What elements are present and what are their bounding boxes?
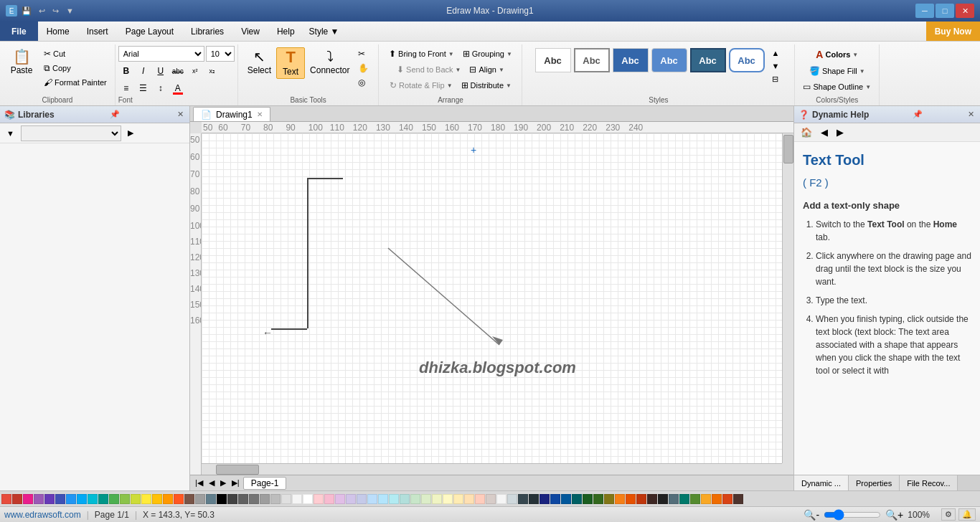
libraries-select[interactable]: [21, 125, 121, 141]
subscript-btn[interactable]: x₂: [204, 63, 220, 79]
palette-swatch[interactable]: [77, 494, 87, 504]
drawing1-tab[interactable]: 📄 Drawing1 ✕: [193, 107, 270, 121]
palette-swatch[interactable]: [518, 494, 528, 504]
palette-swatch[interactable]: [131, 494, 141, 504]
palette-swatch[interactable]: [260, 494, 270, 504]
palette-swatch[interactable]: [722, 494, 732, 504]
style-box-5[interactable]: Abc: [690, 48, 726, 72]
page-first-btn[interactable]: |◀: [193, 478, 205, 488]
palette-swatch[interactable]: [98, 494, 108, 504]
palette-swatch[interactable]: [389, 494, 399, 504]
palette-swatch[interactable]: [486, 494, 496, 504]
paste-btn[interactable]: 📋 Paste: [4, 47, 39, 77]
palette-swatch[interactable]: [12, 494, 22, 504]
colors-btn[interactable]: A Colors ▼: [812, 47, 862, 62]
palette-swatch[interactable]: [163, 494, 173, 504]
palette-swatch[interactable]: [690, 494, 700, 504]
help-forward-btn[interactable]: ▶: [833, 125, 847, 139]
palette-swatch[interactable]: [206, 494, 216, 504]
grouping-btn[interactable]: ⊞Grouping ▼: [459, 47, 516, 60]
palette-swatch[interactable]: [421, 494, 431, 504]
palette-swatch[interactable]: [410, 494, 420, 504]
page-last-btn[interactable]: ▶|: [230, 478, 242, 488]
align-btn[interactable]: ⊟Align ▼: [466, 63, 507, 76]
palette-swatch[interactable]: [324, 494, 334, 504]
style-box-4[interactable]: Abc: [651, 48, 687, 72]
canvas-drawing-area[interactable]: + ← dhizka.blogspot.com: [202, 133, 793, 463]
shape-extra-btn[interactable]: ◎: [354, 76, 372, 89]
palette-swatch[interactable]: [120, 494, 130, 504]
palette-swatch[interactable]: [1, 494, 11, 504]
palette-swatch[interactable]: [88, 494, 98, 504]
palette-swatch[interactable]: [55, 494, 65, 504]
zoom-slider[interactable]: [824, 509, 881, 521]
palette-swatch[interactable]: [572, 494, 582, 504]
dynamic-help-tab[interactable]: Dynamic ...: [794, 475, 849, 490]
palette-swatch[interactable]: [249, 494, 259, 504]
help-close-btn[interactable]: ✕: [966, 110, 976, 119]
style-btn[interactable]: Style ▼: [303, 22, 345, 41]
superscript-btn[interactable]: x²: [187, 63, 203, 79]
palette-swatch[interactable]: [400, 494, 410, 504]
palette-swatch[interactable]: [529, 494, 539, 504]
text-btn[interactable]: T Text: [276, 47, 305, 79]
libraries-add-btn[interactable]: ▶: [124, 127, 137, 139]
style-box-2[interactable]: Abc: [574, 48, 610, 72]
palette-swatch[interactable]: [44, 494, 55, 504]
palette-swatch[interactable]: [66, 494, 76, 504]
file-menu[interactable]: File: [0, 22, 38, 41]
send-to-back-btn[interactable]: ⬇Send to Back ▼: [393, 63, 464, 76]
tab-close-btn[interactable]: ✕: [257, 110, 263, 118]
palette-swatch[interactable]: [238, 494, 248, 504]
palette-swatch[interactable]: [314, 494, 324, 504]
palette-swatch[interactable]: [636, 494, 646, 504]
palette-swatch[interactable]: [679, 494, 689, 504]
select-btn[interactable]: ↖ Select: [244, 47, 275, 77]
font-color-btn[interactable]: A: [170, 80, 186, 96]
copy-btn[interactable]: ⧉Copy: [40, 62, 110, 75]
palette-swatch[interactable]: [141, 494, 151, 504]
quick-save-btn[interactable]: 💾: [19, 5, 34, 17]
palette-swatch[interactable]: [174, 494, 184, 504]
canvas-container[interactable]: 5060708090100110120130140150160170180190…: [190, 122, 793, 475]
styles-more[interactable]: ⊟: [768, 73, 783, 85]
minimize-btn[interactable]: ─: [915, 4, 934, 18]
palette-swatch[interactable]: [593, 494, 603, 504]
buy-now-btn[interactable]: Buy Now: [926, 22, 980, 41]
page1-tab[interactable]: Page-1: [243, 477, 287, 490]
palette-swatch[interactable]: [561, 494, 571, 504]
view-menu[interactable]: View: [232, 22, 268, 41]
palette-swatch[interactable]: [712, 494, 722, 504]
font-size-select[interactable]: 10: [206, 46, 235, 62]
maximize-btn[interactable]: □: [936, 4, 954, 18]
palette-swatch[interactable]: [109, 494, 119, 504]
palette-swatch[interactable]: [270, 494, 281, 504]
zoom-in-btn[interactable]: 🔍+: [884, 509, 905, 521]
palette-swatch[interactable]: [281, 494, 291, 504]
palette-swatch[interactable]: [303, 494, 313, 504]
palette-swatch[interactable]: [195, 494, 205, 504]
properties-tab[interactable]: Properties: [849, 475, 900, 490]
strikethrough-btn[interactable]: abc: [170, 63, 186, 79]
quick-undo-btn[interactable]: ↩: [36, 5, 48, 17]
help-home-btn[interactable]: 🏠: [797, 125, 816, 139]
palette-swatch[interactable]: [701, 494, 711, 504]
help-pin-btn[interactable]: 📌: [911, 110, 924, 119]
style-box-6[interactable]: Abc: [729, 48, 765, 72]
libraries-menu-btn[interactable]: ▼: [3, 128, 18, 139]
palette-swatch[interactable]: [583, 494, 593, 504]
palette-swatch[interactable]: [550, 494, 560, 504]
shape-fill-btn[interactable]: 🪣 Shape Fill ▼: [806, 65, 869, 77]
scrollbar-horizontal[interactable]: [202, 463, 782, 475]
palette-swatch[interactable]: [335, 494, 345, 504]
palette-swatch[interactable]: [658, 494, 668, 504]
italic-btn[interactable]: I: [136, 63, 151, 79]
close-btn[interactable]: ✕: [956, 4, 974, 18]
palette-swatch[interactable]: [227, 494, 237, 504]
bullet-btn[interactable]: ☰: [136, 80, 151, 96]
font-name-select[interactable]: Arial: [118, 46, 204, 62]
hand-btn[interactable]: ✋: [354, 62, 372, 75]
palette-swatch[interactable]: [292, 494, 302, 504]
palette-swatch[interactable]: [604, 494, 614, 504]
palette-swatch[interactable]: [152, 494, 162, 504]
